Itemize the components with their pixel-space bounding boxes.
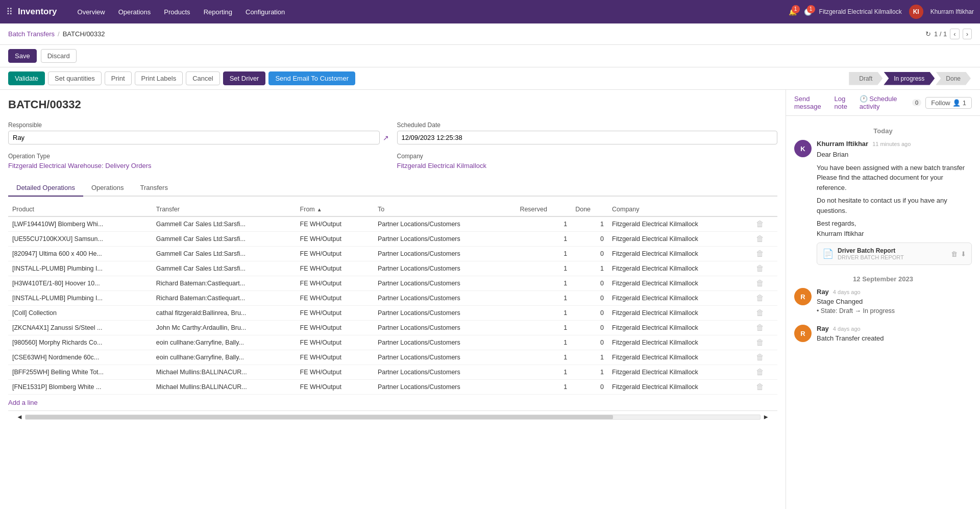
horizontal-scrollbar[interactable]: ◄ ►: [8, 410, 777, 423]
cell-delete[interactable]: 🗑: [752, 232, 777, 247]
table-row: [ZKCNA4X1] Zanussi S/Steel ... John Mc C…: [8, 321, 777, 335]
status-done[interactable]: Done: [936, 72, 971, 85]
avatar-ray-1: R: [794, 325, 812, 342]
app-switcher-icon[interactable]: ⠿: [6, 6, 13, 17]
prev-record-button[interactable]: ‹: [950, 29, 959, 39]
cell-to: Partner Locations/Customers: [374, 232, 516, 247]
cell-delete[interactable]: 🗑: [752, 335, 777, 350]
send-email-button[interactable]: Send Email To Customer: [268, 71, 355, 85]
cell-from: FE WH/Output: [296, 380, 374, 395]
cell-company: Fitzgerald Electrical Kilmallock: [608, 306, 752, 321]
notification-count: 1: [792, 5, 800, 13]
nav-operations[interactable]: Operations: [112, 5, 157, 19]
table-container: Product Transfer From ▲ To Reserved Done…: [8, 203, 777, 395]
scheduled-date-field: Scheduled Date: [397, 122, 778, 144]
cell-done: 1: [571, 261, 608, 276]
cell-reserved: 1: [516, 380, 571, 395]
scroll-left-icon[interactable]: ◄: [16, 413, 23, 421]
cell-product: [ZKCNA4X1] Zanussi S/Steel ...: [8, 321, 152, 335]
refresh-icon[interactable]: ↻: [925, 30, 931, 38]
cell-product: [Coll] Collection: [8, 306, 152, 321]
discard-button[interactable]: Discard: [41, 49, 77, 63]
operation-type-value[interactable]: Fitzgerald Electrical Warehouse: Deliver…: [8, 162, 389, 169]
message-content-0: Khurram Iftikhar 11 minutes ago Dear Bri…: [817, 140, 972, 265]
cell-reserved: 1: [516, 335, 571, 350]
status-draft[interactable]: Draft: [849, 72, 883, 85]
responsible-field: Responsible ↗: [8, 122, 389, 144]
cell-delete[interactable]: 🗑: [752, 216, 777, 232]
cell-transfer: Michael Mullins:BALLINACUR...: [152, 365, 296, 380]
cell-company: Fitzgerald Electrical Kilmallock: [608, 247, 752, 261]
notification-bell[interactable]: 🔔 1: [789, 8, 797, 16]
cell-delete[interactable]: 🗑: [752, 306, 777, 321]
cell-transfer: Richard Bateman:Castlequart...: [152, 291, 296, 306]
cell-delete[interactable]: 🗑: [752, 365, 777, 380]
set-quantities-button[interactable]: Set quantities: [48, 71, 102, 85]
tab-operations[interactable]: Operations: [83, 180, 132, 197]
form-grid: Responsible ↗ Scheduled Date Operation T…: [8, 122, 777, 169]
cell-delete[interactable]: 🗑: [752, 321, 777, 335]
cell-delete[interactable]: 🗑: [752, 247, 777, 261]
cell-delete[interactable]: 🗑: [752, 261, 777, 276]
scroll-right-icon[interactable]: ►: [763, 413, 769, 421]
col-transfer: Transfer: [152, 203, 296, 216]
nav-configuration[interactable]: Configuration: [239, 5, 291, 19]
log-note-action[interactable]: Log note: [835, 95, 855, 110]
cell-product: [H3W410TE/1-80] Hoover 10...: [8, 276, 152, 291]
schedule-activity-action[interactable]: 🕐 Schedule activity: [860, 95, 908, 110]
right-panel: Send message Log note 🕐 Schedule activit…: [786, 90, 980, 509]
cell-delete[interactable]: 🗑: [752, 350, 777, 365]
cell-from: FE WH/Output: [296, 261, 374, 276]
cell-done: 0: [571, 291, 608, 306]
cell-from: FE WH/Output: [296, 232, 374, 247]
col-to: To: [374, 203, 516, 216]
operation-type-label: Operation Type: [8, 153, 389, 160]
record-count: 1 / 1: [934, 30, 947, 38]
cell-delete[interactable]: 🗑: [752, 276, 777, 291]
print-labels-button[interactable]: Print Labels: [135, 71, 183, 85]
table-row: [INSTALL-PLUMB] Plumbing I... Gammell Ca…: [8, 261, 777, 276]
cell-delete[interactable]: 🗑: [752, 380, 777, 395]
responsible-input[interactable]: [8, 131, 380, 144]
print-button[interactable]: Print: [105, 71, 132, 85]
set-driver-button[interactable]: Set Driver: [223, 71, 266, 85]
cell-reserved: 1: [516, 216, 571, 232]
send-message-action[interactable]: Send message: [794, 95, 830, 110]
nav-products[interactable]: Products: [158, 5, 196, 19]
validate-button[interactable]: Validate: [8, 71, 45, 85]
col-from[interactable]: From ▲: [296, 203, 374, 216]
breadcrumb-parent[interactable]: Batch Transfers: [8, 30, 55, 38]
follow-button[interactable]: Follow 👤 1: [925, 97, 972, 109]
cell-product: [LWF194410W] Blomberg Whi...: [8, 216, 152, 232]
nav-reporting[interactable]: Reporting: [198, 5, 238, 19]
cell-to: Partner Locations/Customers: [374, 306, 516, 321]
activity-clock[interactable]: 🕐 1: [804, 8, 812, 16]
cell-delete[interactable]: 🗑: [752, 291, 777, 306]
company-name: Fitzgerald Electrical Kilmallock: [819, 8, 902, 15]
attachment-download-icon[interactable]: ⬇: [961, 250, 966, 258]
tab-detailed-operations[interactable]: Detailed Operations: [8, 180, 83, 197]
nav-overview[interactable]: Overview: [71, 5, 111, 19]
external-link-icon[interactable]: ↗: [383, 134, 389, 142]
attachment-delete-icon[interactable]: 🗑: [951, 250, 958, 258]
msg-author-0: Khurram Iftikhar: [817, 140, 868, 148]
add-line-link[interactable]: Add a line: [8, 399, 38, 406]
app-name: Inventory: [18, 7, 57, 17]
operation-type-field: Operation Type Fitzgerald Electrical War…: [8, 153, 389, 169]
status-in-progress[interactable]: In progress: [884, 72, 935, 85]
cell-product: [INSTALL-PLUMB] Plumbing I...: [8, 261, 152, 276]
save-button[interactable]: Save: [8, 49, 37, 63]
cell-from: FE WH/Output: [296, 291, 374, 306]
cell-reserved: 1: [516, 232, 571, 247]
table-row: [820947] Ultima 600 x 400 He... Gammell …: [8, 247, 777, 261]
cancel-button[interactable]: Cancel: [186, 71, 219, 85]
user-avatar[interactable]: KI: [909, 5, 923, 19]
company-value[interactable]: Fitzgerald Electrical Kilmallock: [397, 162, 778, 169]
cell-to: Partner Locations/Customers: [374, 291, 516, 306]
cell-to: Partner Locations/Customers: [374, 247, 516, 261]
col-actions: [752, 203, 777, 216]
table-row: [LWF194410W] Blomberg Whi... Gammell Car…: [8, 216, 777, 232]
tab-transfers[interactable]: Transfers: [132, 180, 176, 197]
scheduled-date-input[interactable]: [397, 131, 778, 144]
next-record-button[interactable]: ›: [963, 29, 972, 39]
